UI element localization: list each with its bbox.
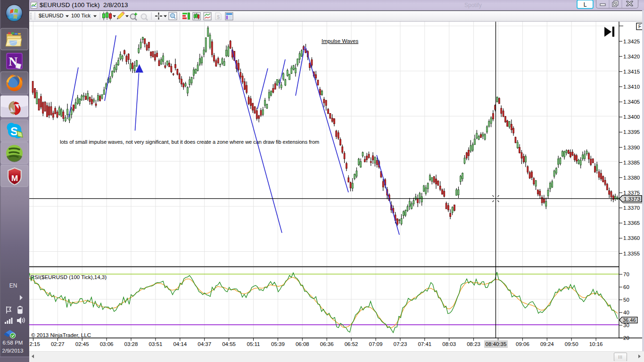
svg-text:1.3400: 1.3400 bbox=[623, 114, 640, 120]
svg-text:1.3373: 1.3373 bbox=[624, 196, 640, 202]
svg-text:1.3385: 1.3385 bbox=[623, 160, 640, 165]
svg-text:© 2013 NinjaTrader, LLC: © 2013 NinjaTrader, LLC bbox=[31, 332, 91, 338]
svg-text:07:41: 07:41 bbox=[418, 341, 431, 347]
svg-text:RSI($EURUSD (100 Tick),14,3): RSI($EURUSD (100 Tick),14,3) bbox=[31, 274, 107, 280]
svg-text:08:40:35: 08:40:35 bbox=[486, 341, 507, 347]
svg-text:$EURUSD: $EURUSD bbox=[39, 13, 64, 18]
svg-text:02:27: 02:27 bbox=[51, 341, 65, 347]
svg-text:04:14: 04:14 bbox=[173, 341, 187, 347]
svg-text:06:08: 06:08 bbox=[296, 341, 309, 347]
svg-text:03:28: 03:28 bbox=[124, 341, 138, 347]
svg-text:09:24: 09:24 bbox=[540, 341, 554, 347]
svg-text:M: M bbox=[11, 174, 18, 183]
svg-text:60: 60 bbox=[623, 284, 629, 290]
svg-text:lots of small impulse waves, n: lots of small impulse waves, not very si… bbox=[60, 139, 319, 145]
svg-text:2:15: 2:15 bbox=[30, 341, 40, 347]
svg-text:1.3355: 1.3355 bbox=[623, 251, 640, 256]
svg-text:05:11: 05:11 bbox=[247, 341, 260, 347]
svg-text:70: 70 bbox=[623, 272, 629, 277]
svg-text:Impulse Waves: Impulse Waves bbox=[322, 38, 358, 44]
svg-text:6:58 PM: 6:58 PM bbox=[3, 340, 23, 346]
svg-text:02:45: 02:45 bbox=[75, 341, 89, 347]
svg-text:1.3375: 1.3375 bbox=[623, 190, 640, 196]
svg-text:08:03: 08:03 bbox=[442, 341, 456, 347]
svg-text:20: 20 bbox=[623, 335, 629, 341]
svg-text:06:36: 06:36 bbox=[320, 341, 334, 347]
svg-text:1.3420: 1.3420 bbox=[623, 54, 640, 59]
svg-text:07:23: 07:23 bbox=[394, 341, 407, 347]
svg-text:36.46: 36.46 bbox=[623, 317, 636, 323]
svg-text:04:37: 04:37 bbox=[198, 341, 211, 347]
svg-text:07:09: 07:09 bbox=[369, 341, 383, 347]
svg-text:10:16: 10:16 bbox=[589, 341, 603, 347]
svg-text:05:39: 05:39 bbox=[271, 341, 285, 347]
svg-text:F: F bbox=[638, 24, 641, 29]
svg-text:1.3405: 1.3405 bbox=[623, 99, 640, 105]
svg-text:09:50: 09:50 bbox=[565, 341, 578, 347]
svg-text:100 Tick: 100 Tick bbox=[71, 13, 91, 18]
svg-text:EN: EN bbox=[9, 282, 17, 289]
svg-text:1.3365: 1.3365 bbox=[623, 220, 640, 226]
svg-text:1.3370: 1.3370 bbox=[623, 205, 640, 211]
svg-text:L: L bbox=[584, 1, 587, 8]
svg-text:50: 50 bbox=[623, 297, 629, 303]
svg-text:2/9/2013: 2/9/2013 bbox=[2, 348, 24, 354]
svg-text:1.3380: 1.3380 bbox=[623, 175, 640, 181]
svg-text:$: $ bbox=[217, 14, 220, 20]
svg-text:06:52: 06:52 bbox=[345, 341, 358, 347]
svg-text:1.3395: 1.3395 bbox=[623, 129, 640, 135]
svg-text:09:06: 09:06 bbox=[516, 341, 529, 347]
svg-text:1.3425: 1.3425 bbox=[623, 39, 640, 44]
svg-text:1.3390: 1.3390 bbox=[623, 145, 640, 150]
svg-text:04:55: 04:55 bbox=[222, 341, 236, 347]
svg-text:1.3415: 1.3415 bbox=[623, 69, 640, 74]
svg-text:1.3360: 1.3360 bbox=[623, 235, 640, 241]
svg-text:03:06: 03:06 bbox=[100, 341, 114, 347]
svg-text:1.3410: 1.3410 bbox=[623, 84, 640, 90]
svg-text:03:51: 03:51 bbox=[149, 341, 163, 347]
svg-text:40: 40 bbox=[623, 310, 629, 315]
svg-text:08:23: 08:23 bbox=[467, 341, 480, 347]
